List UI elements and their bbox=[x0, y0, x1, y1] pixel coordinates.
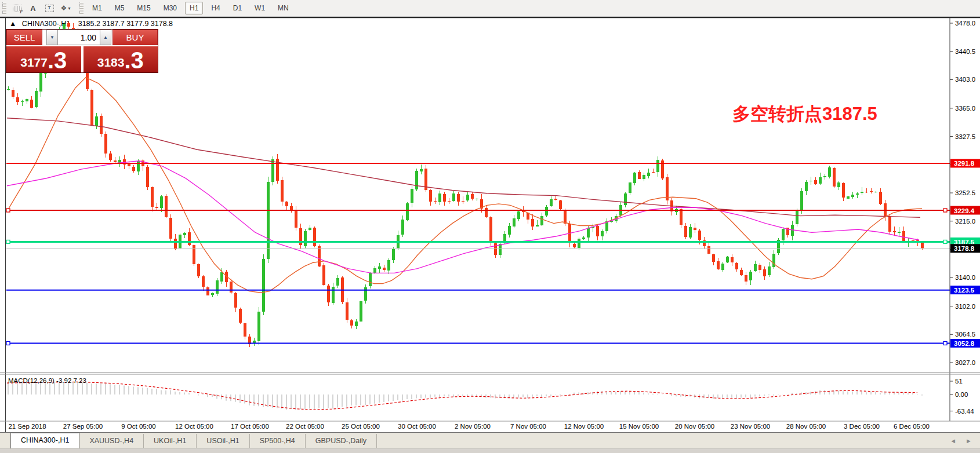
date-label: 21 Sep 2018 bbox=[8, 423, 46, 430]
price-tick-3215: 3215.0 bbox=[955, 218, 975, 225]
buy-price-display[interactable]: 3183.3 bbox=[84, 46, 158, 72]
tab-scroll-right-icon[interactable]: ► bbox=[966, 437, 972, 444]
chart-templates-button[interactable]: F bbox=[9, 1, 24, 15]
font-button[interactable]: A bbox=[26, 1, 41, 15]
timeframe-m5[interactable]: M5 bbox=[110, 2, 129, 14]
toolbar-grip[interactable] bbox=[2, 2, 6, 14]
timeframe-h1[interactable]: H1 bbox=[185, 2, 203, 14]
timeframe-group: M1M5M15M30H1H4D1W1MN bbox=[86, 2, 295, 14]
timeframe-h4[interactable]: H4 bbox=[206, 2, 224, 14]
text-label-button[interactable]: T bbox=[42, 1, 57, 15]
timeframe-d1[interactable]: D1 bbox=[228, 2, 246, 14]
macd-axis-0.00: 0.00 bbox=[955, 391, 968, 398]
chart-ohlc-values: 3185.2 3187.7 3177.9 3178.8 bbox=[78, 20, 173, 28]
volume-increase-button[interactable]: ▲ bbox=[100, 30, 111, 45]
macd-label: MACD(12,26,9) -3.92 7.23 bbox=[8, 377, 86, 384]
tab-ukoil-h1[interactable]: UKOil-,H1 bbox=[144, 434, 197, 448]
cursor-mode-icon: ❖ bbox=[61, 4, 67, 12]
tab-sp500-h4[interactable]: SP500-,H4 bbox=[250, 434, 306, 448]
text-label-icon: T bbox=[45, 5, 54, 12]
sell-price-frac: .3 bbox=[48, 49, 67, 71]
sell-button[interactable]: SELL bbox=[6, 30, 42, 45]
price-tick-3327.5: 3327.5 bbox=[955, 133, 975, 140]
date-label: 28 Nov 05:00 bbox=[786, 423, 826, 430]
price-tick-3140: 3140.0 bbox=[955, 274, 975, 281]
volume-decrease-button[interactable]: ▼ bbox=[46, 30, 58, 45]
price-tick-3252.5: 3252.5 bbox=[955, 189, 975, 196]
chart-title: ▲ CHINA300-,H1 3185.2 3187.7 3177.9 3178… bbox=[9, 20, 173, 28]
macd-axis--63.44: -63.44 bbox=[955, 408, 974, 415]
price-badge-3229.4: 3229.4 bbox=[954, 207, 975, 214]
date-label: 9 Oct 05:00 bbox=[121, 423, 155, 430]
buy-price-int: 3183 bbox=[97, 54, 125, 71]
date-label: 12 Oct 05:00 bbox=[175, 423, 213, 430]
date-label: 15 Nov 05:00 bbox=[619, 423, 659, 430]
trading-app-window: F A T ❖ ▾ M1M5M15M30H1H4D1W1MN ▲ CHINA30… bbox=[0, 0, 980, 453]
tab-scroll-left-icon[interactable]: ◄ bbox=[950, 437, 956, 444]
price-badge-3178.8: 3178.8 bbox=[954, 245, 975, 252]
price-tick-3064.5: 3064.5 bbox=[955, 331, 975, 338]
tab-xauusd-h4[interactable]: XAUUSD-,H4 bbox=[79, 434, 144, 448]
timeframe-mn[interactable]: MN bbox=[273, 2, 293, 14]
price-tick-3102: 3102.0 bbox=[955, 303, 975, 310]
price-tick-3478: 3478.0 bbox=[955, 20, 975, 27]
price-badge-3123.5: 3123.5 bbox=[954, 287, 975, 294]
price-tick-3440.5: 3440.5 bbox=[955, 48, 975, 55]
date-label: 17 Oct 05:00 bbox=[231, 423, 269, 430]
price-badge-3052.8: 3052.8 bbox=[954, 340, 975, 347]
date-label: 23 Nov 05:00 bbox=[731, 423, 770, 430]
font-a-icon: A bbox=[30, 4, 35, 13]
tab-china300-h1[interactable]: CHINA300-,H1 bbox=[10, 433, 79, 448]
main-chart-canvas[interactable]: ▲ CHINA300-,H1 3185.2 3187.7 3177.9 3178… bbox=[0, 16, 980, 453]
tab-usoil-h1[interactable]: USOil-,H1 bbox=[197, 434, 249, 448]
chart-annotation-text: 多空转折点3187.5 bbox=[732, 104, 877, 124]
timeframe-m30[interactable]: M30 bbox=[159, 2, 182, 14]
spinner-up-icon: ▲ bbox=[103, 35, 108, 40]
tab-gbpusd-daily[interactable]: GBPUSD-,Daily bbox=[306, 434, 377, 448]
date-label: 22 Oct 05:00 bbox=[286, 423, 324, 430]
price-tick-3365: 3365.0 bbox=[955, 105, 975, 112]
timeframe-m15[interactable]: M15 bbox=[132, 2, 155, 14]
timeframe-w1[interactable]: W1 bbox=[250, 2, 270, 14]
date-label: 3 Dec 05:00 bbox=[844, 423, 880, 430]
spinner-down-icon: ▼ bbox=[50, 35, 55, 40]
bottom-status-strip bbox=[0, 448, 980, 453]
toolbar: F A T ❖ ▾ M1M5M15M30H1H4D1W1MN bbox=[0, 0, 980, 17]
symbol-tab-bar: CHINA300-,H1XAUUSD-,H4UKOil-,H1USOil-,H1… bbox=[0, 432, 980, 448]
toolbar-grip-2[interactable] bbox=[79, 2, 84, 14]
date-label: 27 Sep 05:00 bbox=[63, 423, 103, 430]
price-tick-3027: 3027.0 bbox=[955, 359, 975, 366]
collapse-triangle-icon: ▲ bbox=[9, 20, 16, 28]
macd-axis-51: 51 bbox=[955, 378, 963, 385]
date-label: 6 Dec 05:00 bbox=[894, 423, 930, 430]
buy-button[interactable]: BUY bbox=[112, 30, 158, 45]
date-label: 30 Oct 05:00 bbox=[398, 423, 436, 430]
chevron-down-icon: ▾ bbox=[68, 6, 70, 11]
date-label: 12 Nov 05:00 bbox=[564, 423, 604, 430]
volume-input[interactable] bbox=[58, 30, 100, 45]
cursor-mode-button[interactable]: ❖ ▾ bbox=[58, 1, 73, 15]
timeframe-m1[interactable]: M1 bbox=[88, 2, 107, 14]
one-click-trade-panel: SELL ▼ ▲ BUY 3177.3 3183.3 bbox=[6, 29, 158, 73]
date-label: 7 Nov 05:00 bbox=[510, 423, 546, 430]
sell-price-int: 3177 bbox=[20, 54, 48, 71]
date-label: 20 Nov 05:00 bbox=[675, 423, 714, 430]
date-label: 2 Nov 05:00 bbox=[455, 423, 491, 430]
chart-templates-icon: F bbox=[13, 5, 21, 12]
date-label: 25 Oct 05:00 bbox=[342, 423, 380, 430]
date-axis: 21 Sep 201827 Sep 05:009 Oct 05:0012 Oct… bbox=[8, 423, 930, 430]
buy-price-frac: .3 bbox=[124, 49, 143, 71]
price-tick-3403: 3403.0 bbox=[955, 76, 975, 83]
sell-price-display[interactable]: 3177.3 bbox=[6, 46, 81, 72]
price-badge-3291.8: 3291.8 bbox=[954, 160, 975, 167]
